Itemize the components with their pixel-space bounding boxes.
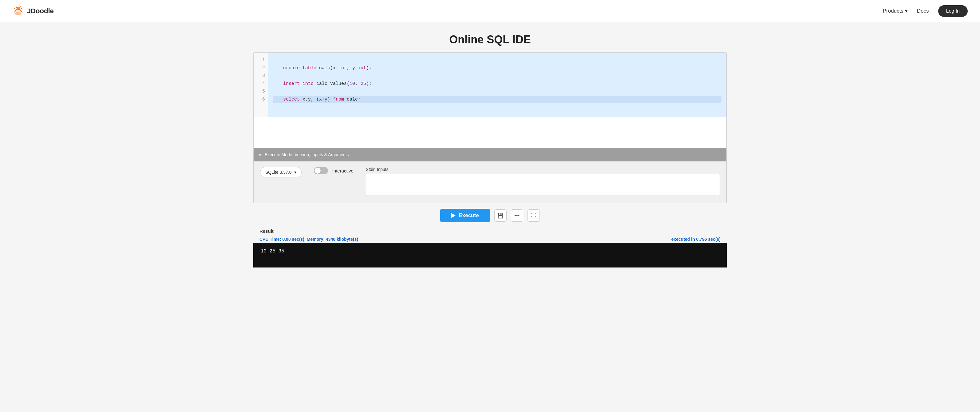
more-icon: •••	[514, 213, 520, 218]
code-line-4: insert into calc values(10, 25);	[273, 80, 721, 88]
line-num-5: 5	[257, 87, 265, 95]
nav-right: Products ▾ Docs Log In	[883, 5, 968, 17]
save-icon: 💾	[497, 213, 504, 219]
line-num-1: 1	[257, 56, 265, 64]
svg-point-1	[17, 7, 20, 10]
version-label: SQLite 3.37.0	[265, 170, 292, 175]
result-label: Result	[259, 228, 721, 234]
kw-paren1: );	[366, 64, 372, 72]
kw-calc2: calc values(	[316, 80, 350, 88]
save-button[interactable]: 💾	[494, 209, 507, 222]
line-num-6: 6	[257, 95, 265, 103]
kw-calc1: calc(x	[319, 64, 339, 72]
interactive-label: Interactive	[332, 168, 353, 173]
products-label: Products	[883, 8, 904, 14]
kw-comma1: , y	[347, 64, 358, 72]
editor-container: 1 2 3 4 5 6 create table calc(x int, y i…	[253, 52, 727, 203]
svg-point-2	[15, 12, 21, 15]
more-button[interactable]: •••	[511, 209, 523, 222]
code-area[interactable]: create table calc(x int, y int); insert …	[268, 52, 726, 117]
kw-select: select	[283, 95, 302, 103]
result-output-text: 10|25|35	[261, 248, 284, 254]
kw-comma2: ,	[355, 80, 361, 88]
stdin-area: Stdin Inputs	[366, 167, 720, 197]
exec-time: executed in 0.796 sec(s)	[671, 237, 721, 242]
kw-paren2: );	[366, 80, 372, 88]
code-line-1	[273, 56, 721, 64]
execute-mode-bar[interactable]: ∨ Execute Mode, Version, Inputs & Argume…	[254, 148, 726, 161]
kw-from: from	[333, 95, 347, 103]
page-title: Online SQL IDE	[253, 22, 727, 52]
interactive-toggle[interactable]	[314, 167, 328, 174]
result-section: Result	[253, 225, 727, 235]
code-line-6: select x,y, (x+y) from calc;	[273, 95, 721, 103]
result-output: 10|25|35	[253, 243, 727, 267]
header: JDoodle Products ▾ Docs Log In	[0, 0, 980, 22]
code-line-5	[273, 87, 721, 95]
editor-spacer	[254, 117, 726, 148]
jdoodle-logo-icon	[12, 5, 24, 17]
login-button[interactable]: Log In	[938, 5, 968, 17]
chevron-down-icon: ▾	[905, 8, 908, 14]
kw-xy: x,y, (x+y)	[302, 95, 333, 103]
nav-products[interactable]: Products ▾	[883, 8, 908, 14]
code-editor[interactable]: 1 2 3 4 5 6 create table calc(x int, y i…	[254, 52, 726, 117]
kw-insert: insert into	[283, 80, 316, 88]
docs-label: Docs	[917, 8, 929, 14]
execute-button[interactable]: Execute	[440, 209, 490, 222]
play-icon	[451, 213, 456, 218]
chevron-left-icon: ∨	[259, 152, 262, 157]
line-num-3: 3	[257, 72, 265, 80]
interactive-toggle-wrap: Interactive	[314, 167, 353, 174]
logo-text: JDoodle	[27, 7, 54, 15]
kw-calc3: calc;	[347, 95, 361, 103]
logo-area: JDoodle	[12, 5, 54, 17]
main-content: Online SQL IDE 1 2 3 4 5 6 create table …	[247, 22, 733, 267]
execute-mode-title: Execute Mode, Version, Inputs & Argument…	[265, 152, 349, 157]
result-meta-row: CPU Time: 0.00 sec(s), Memory: 4348 kilo…	[253, 235, 727, 243]
version-chevron-icon: ▾	[294, 170, 296, 175]
controls-area: SQLite 3.37.0 ▾ Interactive Stdin Inputs	[254, 161, 726, 203]
execute-label: Execute	[459, 212, 479, 219]
line-num-2: 2	[257, 64, 265, 72]
kw-int2: int	[358, 64, 366, 72]
execute-row: Execute 💾 ••• ⛶	[253, 203, 727, 225]
stdin-input[interactable]	[366, 174, 720, 196]
fullscreen-button[interactable]: ⛶	[528, 209, 540, 222]
line-num-4: 4	[257, 80, 265, 88]
version-selector[interactable]: SQLite 3.37.0 ▾	[260, 167, 302, 177]
cpu-info: CPU Time: 0.00 sec(s), Memory: 4348 kilo…	[259, 237, 358, 242]
kw-25: 25	[361, 80, 366, 88]
kw-10: 10	[350, 80, 355, 88]
fullscreen-icon: ⛶	[531, 213, 536, 218]
code-line-3	[273, 72, 721, 80]
line-numbers: 1 2 3 4 5 6	[254, 52, 268, 117]
kw-create: create table	[283, 64, 319, 72]
nav-docs[interactable]: Docs	[917, 8, 929, 14]
kw-int1: int	[339, 64, 347, 72]
toggle-thumb	[315, 167, 321, 174]
stdin-label: Stdin Inputs	[366, 167, 720, 172]
code-line-2: create table calc(x int, y int);	[273, 64, 721, 72]
